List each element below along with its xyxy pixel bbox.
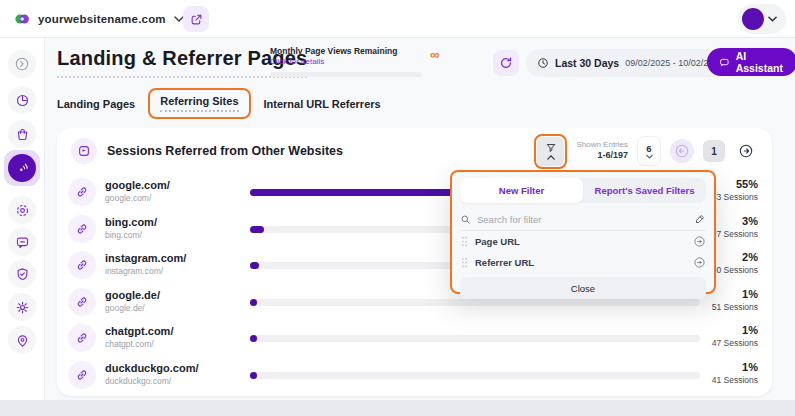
report-icon: [71, 138, 97, 164]
external-link-icon: [190, 13, 203, 26]
sidebar: [0, 38, 45, 400]
sidebar-item-feedback[interactable]: [8, 228, 36, 256]
filter-item-referrer-url[interactable]: Referrer URL: [460, 252, 706, 273]
filter-button[interactable]: [537, 137, 564, 166]
card-header: Sessions Referred from Other Websites Sh…: [57, 128, 772, 174]
chevron-up-icon: [547, 155, 555, 160]
filter-close-button[interactable]: Close: [460, 277, 706, 299]
site-name: yourwebsitename.com: [38, 13, 166, 25]
user-menu[interactable]: [738, 4, 786, 34]
session-percent: 1%: [712, 324, 758, 336]
avatar: [742, 8, 764, 30]
circle-arrow-right-icon[interactable]: [693, 235, 706, 248]
sidebar-item-recordings[interactable]: [8, 196, 36, 224]
sidebar-item-geolocation[interactable]: [8, 326, 36, 354]
referrer-name: chatgpt.com/: [105, 325, 173, 337]
chevron-down-icon: [768, 16, 777, 22]
ai-assistant-label: AI Assistant: [736, 50, 786, 74]
link-icon: [68, 215, 96, 243]
referrer-url: duckduckgo.com/: [105, 376, 199, 386]
chat-icon: [719, 56, 730, 69]
filter-item-label: Referrer URL: [475, 257, 534, 268]
session-bar-track: [250, 372, 700, 379]
card-controls: Shown Entries 1-6/197 6 1: [534, 134, 758, 169]
tab-referring-sites-highlight[interactable]: Referring Sites: [148, 88, 250, 119]
sidebar-item-referrers-active[interactable]: [4, 150, 40, 186]
tab-landing-pages[interactable]: Landing Pages: [57, 98, 135, 110]
session-bar-track: [250, 335, 700, 342]
refresh-icon: [499, 56, 513, 70]
ai-assistant-button[interactable]: AI Assistant: [707, 48, 795, 76]
link-icon: [68, 324, 96, 352]
referrer-url: chatgpt.com/: [105, 339, 173, 349]
session-bar-fill: [250, 372, 257, 379]
session-percent: 1%: [712, 288, 758, 300]
referrer-url: google.de/: [105, 303, 160, 313]
pagination-prev-button[interactable]: [670, 139, 694, 163]
filter-panel-tabs: New Filter Report's Saved Filters: [460, 178, 706, 203]
session-count: 41 Sessions: [712, 375, 758, 385]
link-icon: [68, 288, 96, 316]
page-bottom-strip: [0, 400, 795, 416]
open-website-button[interactable]: [183, 6, 209, 32]
sidebar-item-ecommerce[interactable]: [8, 120, 36, 148]
tab-referring-sites[interactable]: Referring Sites: [160, 95, 238, 112]
session-bar-fill: [250, 262, 259, 269]
filter-search-row: [460, 208, 706, 231]
session-bar-fill: [250, 335, 257, 342]
main-content: Landing & Referrer Pages Monthly Page Vi…: [45, 38, 795, 400]
sidebar-item-privacy[interactable]: [8, 260, 36, 288]
session-count: 51 Sessions: [712, 302, 758, 312]
session-count: 90 Sessions: [712, 265, 758, 275]
session-count: 47 Sessions: [712, 338, 758, 348]
circle-arrow-left-icon: [674, 143, 690, 159]
shield-check-icon: [15, 267, 30, 282]
top-bar: yourwebsitename.com: [0, 0, 795, 38]
filter-search-input[interactable]: [477, 214, 688, 225]
chevron-down-icon: [646, 154, 653, 159]
filter-panel: New Filter Report's Saved Filters Page: [450, 170, 716, 294]
drag-handle-icon: [460, 235, 469, 248]
clock-icon: [537, 57, 549, 69]
pie-chart-icon: [15, 93, 30, 108]
shown-entries-label: Shown Entries: [576, 140, 628, 150]
clear-input-icon[interactable]: [694, 213, 706, 225]
shown-entries-value: 1-6/197: [576, 150, 628, 161]
sidebar-item-expand[interactable]: [8, 50, 36, 78]
tab-internal-url-referrers[interactable]: Internal URL Referrers: [264, 98, 381, 110]
website-selector[interactable]: yourwebsitename.com: [14, 7, 184, 31]
tab-saved-filters[interactable]: Report's Saved Filters: [583, 178, 706, 203]
referrer-url: google.com/: [105, 193, 170, 203]
drag-handle-icon: [460, 256, 469, 269]
session-bar-fill: [250, 299, 257, 306]
table-row[interactable]: chatgpt.com/chatgpt.com/ 1%47 Sessions: [57, 320, 772, 357]
pagination-next-button[interactable]: [734, 139, 758, 163]
funnel-icon: [545, 142, 557, 154]
search-icon: [460, 214, 471, 225]
sidebar-item-dashboard[interactable]: [8, 86, 36, 114]
gear-icon: [15, 300, 30, 315]
session-bar-fill: [250, 226, 264, 233]
session-bar-track: [250, 299, 700, 306]
sessions-card: Sessions Referred from Other Websites Sh…: [57, 128, 772, 396]
report-tabs: Landing Pages Referring Sites Internal U…: [57, 88, 381, 119]
shopping-bag-icon: [15, 127, 30, 142]
date-range-label: Last 30 Days: [555, 57, 619, 69]
tab-new-filter[interactable]: New Filter: [460, 178, 583, 203]
page-size-value: 6: [646, 143, 651, 154]
referrer-url: bing.com/: [105, 230, 157, 240]
page-size-select[interactable]: 6: [637, 136, 661, 166]
sidebar-item-settings[interactable]: [8, 293, 36, 321]
referrer-name: instagram.com/: [105, 252, 186, 264]
refresh-button[interactable]: [493, 50, 519, 76]
radar-icon: [15, 161, 30, 176]
circle-arrow-right-icon: [738, 143, 754, 159]
quota-details-link[interactable]: Click for details: [270, 57, 428, 66]
circle-arrow-right-icon[interactable]: [693, 256, 706, 269]
quota-widget: Monthly Page Views Remaining Click for d…: [270, 46, 428, 77]
table-row[interactable]: duckduckgo.com/duckduckgo.com/ 1%41 Sess…: [57, 357, 772, 394]
aperture-icon: [15, 203, 30, 218]
pagination-page-number[interactable]: 1: [703, 140, 725, 162]
filter-item-page-url[interactable]: Page URL: [460, 231, 706, 252]
quota-title: Monthly Page Views Remaining: [270, 46, 428, 56]
